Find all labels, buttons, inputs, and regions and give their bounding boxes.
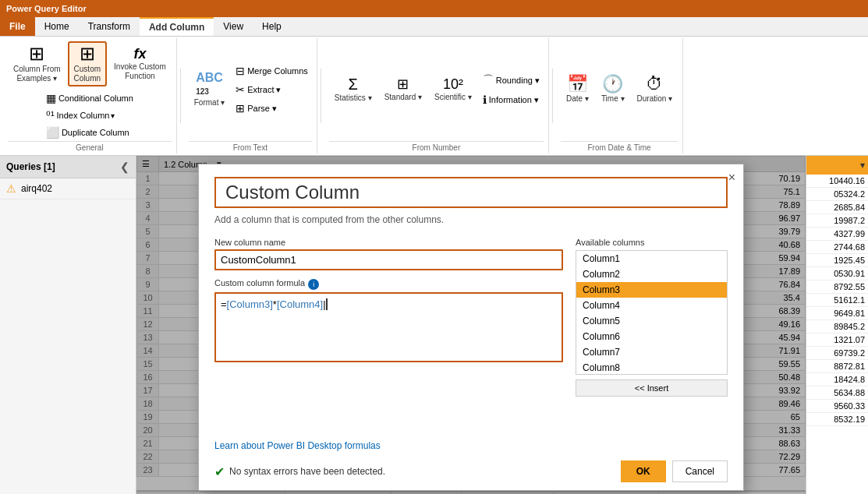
right-value: 69739.2: [806, 347, 868, 360]
sidebar: Queries [1] ❮ ⚠ airq402: [0, 156, 136, 494]
column-item-col6[interactable]: Column6: [576, 329, 727, 344]
column-item-col8[interactable]: Column8: [576, 360, 727, 375]
ribbon-content: ⊞ Column FromExamples ▾ ⊞ CustomColumn f…: [0, 37, 868, 155]
tab-help[interactable]: Help: [253, 17, 291, 36]
sidebar-collapse-button[interactable]: ❮: [120, 161, 129, 173]
app-title: Power Query Editor: [6, 4, 87, 13]
invoke-function-label: Invoke CustomFunction: [114, 62, 166, 81]
right-value: 0530.91: [806, 267, 868, 281]
column-item-col3[interactable]: Column3: [576, 282, 727, 298]
status-text: No syntax errors have been detected.: [229, 466, 385, 477]
from-date-group-label: From Date & Time: [561, 141, 678, 153]
tab-home[interactable]: Home: [35, 17, 79, 36]
modal-right-panel: Available columns Column1 Column2 Column…: [576, 238, 728, 432]
right-value: 8532.19: [806, 413, 868, 426]
modal-left-panel: New column name Custom column formula i …: [214, 238, 563, 432]
formula-equals: =: [221, 298, 227, 310]
rounding-info: ⌒ Rounding ▾ ℹ Information ▾: [479, 71, 544, 108]
formula-label-row: Custom column formula i: [214, 278, 563, 290]
format-button[interactable]: ABC123 Format ▾: [189, 69, 230, 110]
right-value: 9560.33: [806, 400, 868, 413]
duration-button[interactable]: ⏱ Duration ▾: [632, 73, 678, 106]
ribbon-group-from-number: Σ Statistics ▾ ⊞ Standard ▾ 10² Scientif…: [324, 38, 549, 153]
general-items: ⊞ Column FromExamples ▾ ⊞ CustomColumn f…: [8, 38, 172, 90]
right-value: 51612.1: [806, 294, 868, 307]
modal-actions: OK Cancel: [621, 460, 728, 482]
from-date-items: 📅 Date ▾ 🕐 Time ▾ ⏱ Duration ▾: [561, 38, 678, 141]
data-area: ☰ 1.2 Column... ▾ 170.19275.1378.89496.9…: [136, 156, 806, 494]
merge-icon: ⊟: [236, 65, 245, 77]
scientific-icon: 10²: [443, 77, 463, 91]
scientific-button[interactable]: 10² Scientific ▾: [429, 75, 477, 104]
from-text-group-label: From Text: [189, 141, 312, 153]
index-column-button[interactable]: ⁰¹ Index Column ▾: [42, 107, 119, 124]
ribbon-group-general: ⊞ Column FromExamples ▾ ⊞ CustomColumn f…: [3, 38, 177, 153]
right-value: 05324.2: [806, 188, 868, 201]
duplicate-column-button[interactable]: ⬜ Duplicate Column: [42, 124, 133, 141]
insert-button[interactable]: << Insert: [576, 379, 728, 397]
right-value: 8872.81: [806, 360, 868, 373]
status-message: ✔ No syntax errors have been detected.: [214, 464, 385, 479]
column-from-examples-button[interactable]: ⊞ Column FromExamples ▾: [8, 42, 66, 86]
right-value: 1925.45: [806, 254, 868, 267]
rounding-button[interactable]: ⌒ Rounding ▾: [479, 71, 544, 90]
right-values: 10440.1605324.22685.8419987.24327.992744…: [806, 175, 868, 426]
tab-add-column[interactable]: Add Column: [140, 17, 214, 36]
modal-title: Custom Column: [214, 177, 728, 208]
tab-view[interactable]: View: [214, 17, 253, 36]
formula-area[interactable]: = [Column3] * [Column4] |: [216, 294, 562, 356]
tab-transform[interactable]: Transform: [79, 17, 140, 36]
right-value: 5634.88: [806, 386, 868, 400]
extract-button[interactable]: ✂ Extract ▾: [232, 81, 312, 98]
statistics-icon: Σ: [349, 76, 358, 92]
custom-column-button[interactable]: ⊞ CustomColumn: [68, 41, 107, 86]
extract-icon: ✂: [236, 83, 245, 96]
right-panel-dropdown[interactable]: ▾: [860, 160, 865, 171]
columns-list[interactable]: Column1 Column2 Column3 Column4 Column5 …: [576, 250, 728, 375]
right-value: 19987.2: [806, 214, 868, 228]
ribbon: File Home Transform Add Column View Help…: [0, 17, 868, 156]
formula-field-box: = [Column3] * [Column4] |: [214, 292, 563, 362]
right-value: 89845.2: [806, 320, 868, 333]
standard-button[interactable]: ⊞ Standard ▾: [379, 75, 427, 104]
right-value: 18424.8: [806, 373, 868, 386]
tab-file[interactable]: File: [0, 17, 35, 36]
cancel-button[interactable]: Cancel: [672, 460, 728, 482]
queries-title: Queries [1]: [6, 161, 55, 172]
merge-columns-button[interactable]: ⊟ Merge Columns: [232, 62, 312, 79]
column-name-input[interactable]: [216, 251, 562, 269]
general-small-items: ▦ Conditional Column ⁰¹ Index Column ▾ ⬜…: [42, 90, 137, 141]
duplicate-icon: ⬜: [46, 126, 59, 139]
column-name-label: New column name: [214, 238, 563, 247]
formula-info-icon[interactable]: i: [308, 279, 319, 290]
invoke-custom-function-button[interactable]: fx Invoke CustomFunction: [108, 44, 172, 83]
information-icon: ℹ: [483, 94, 487, 106]
time-button[interactable]: 🕐 Time ▾: [596, 73, 630, 106]
column-item-col5[interactable]: Column5: [576, 313, 727, 329]
information-button[interactable]: ℹ Information ▾: [479, 91, 544, 108]
statistics-button[interactable]: Σ Statistics ▾: [329, 74, 377, 105]
right-panel-header: ▾: [806, 156, 868, 175]
modal-close-button[interactable]: ×: [728, 171, 735, 185]
available-columns-label: Available columns: [576, 238, 728, 247]
custom-column-label: CustomColumn: [74, 65, 101, 83]
sidebar-item-airq402[interactable]: ⚠ airq402: [0, 178, 136, 199]
from-text-items: ABC123 Format ▾ ⊟ Merge Columns ✂ Extrac…: [189, 38, 312, 141]
parse-button[interactable]: ⊞ Parse ▾: [232, 100, 312, 117]
custom-column-modal: × Custom Column Add a column that is com…: [198, 164, 744, 491]
format-icon: ABC123: [196, 72, 223, 97]
column-item-col2[interactable]: Column2: [576, 266, 727, 282]
formula-col3: [Column3]: [227, 298, 273, 310]
ok-button[interactable]: OK: [621, 460, 666, 482]
column-item-col1[interactable]: Column1: [576, 251, 727, 266]
check-icon: ✔: [214, 464, 225, 479]
column-item-col4[interactable]: Column4: [576, 298, 727, 313]
date-button[interactable]: 📅 Date ▾: [561, 73, 594, 106]
conditional-column-button[interactable]: ▦ Conditional Column: [42, 90, 137, 107]
column-item-col7[interactable]: Column7: [576, 344, 727, 360]
modal-body: New column name Custom column formula i …: [199, 238, 743, 432]
right-value: 8792.55: [806, 281, 868, 294]
learn-link[interactable]: Learn about Power BI Desktop formulas: [214, 440, 381, 451]
query-name: airq402: [21, 183, 52, 194]
standard-icon: ⊞: [397, 77, 409, 91]
